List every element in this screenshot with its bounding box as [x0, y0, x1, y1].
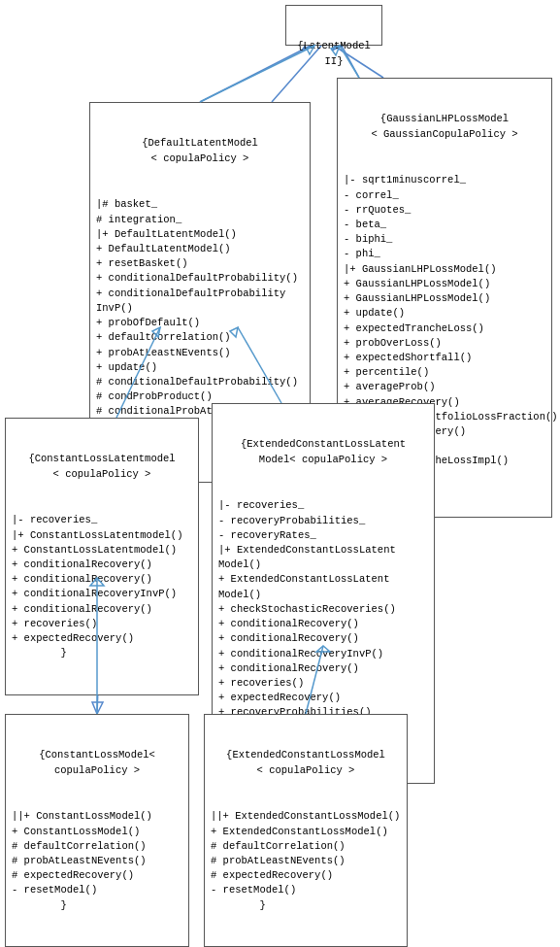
- constantlossmodel-box: {ConstantLossModel< copulaPolicy > ||+ C…: [5, 714, 189, 947]
- gaussianlhp-title: {GaussianLHPLossModel < GaussianCopulaPo…: [344, 112, 545, 141]
- latentmodel-title: {LatentModel II}: [292, 39, 376, 68]
- latentmodel-box: {LatentModel II}: [285, 5, 382, 46]
- uml-diagram: {LatentModel II} {GaussianLHPLossModel <…: [0, 0, 560, 947]
- svg-marker-9: [92, 702, 103, 714]
- extendedconstantlossmodel-content: ||+ ExtendedConstantLossModel() + Extend…: [211, 809, 401, 913]
- extendedconstantlossmodel-box: {ExtendedConstantLossModel < copulaPolic…: [204, 714, 408, 947]
- defaultlatent-title: {DefaultLatentModel < copulaPolicy >: [96, 136, 304, 165]
- constantlossmodel-content: ||+ ConstantLossModel() + ConstantLossMo…: [12, 809, 182, 913]
- extendedconstantlosslatent-title: {ExtendedConstantLossLatent Model< copul…: [218, 437, 428, 466]
- extendedconstantlossmodel-title: {ExtendedConstantLossModel < copulaPolic…: [211, 748, 401, 777]
- constantlossmodel-title: {ConstantLossModel< copulaPolicy >: [12, 748, 182, 777]
- constantlosslatent-box: {ConstantLossLatentmodel < copulaPolicy …: [5, 418, 199, 695]
- constantlosslatent-content: |- recoveries_ |+ ConstantLossLatentmode…: [12, 513, 192, 660]
- extendedconstantlosslatent-content: |- recoveries_ - recoveryProbabilities_ …: [218, 498, 428, 750]
- constantlosslatent-title: {ConstantLossLatentmodel < copulaPolicy …: [12, 452, 192, 481]
